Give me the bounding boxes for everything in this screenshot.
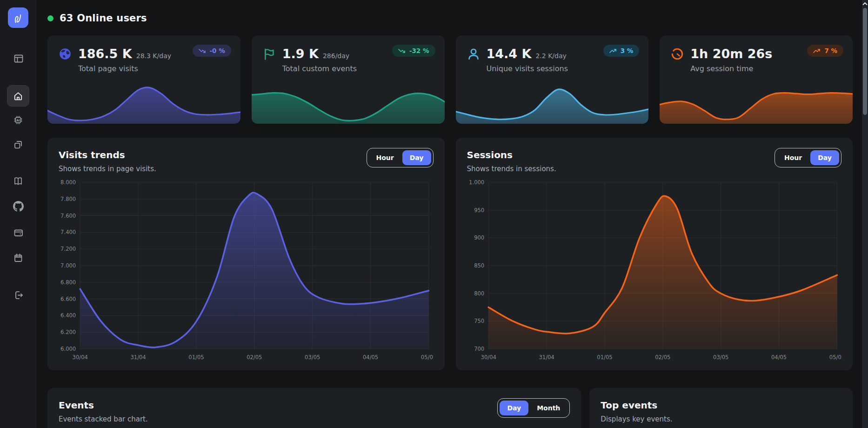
sidebar-item-pages[interactable]: [0, 140, 36, 150]
trend-badge: 3 %: [603, 45, 640, 57]
card-rate: 28.3 K/day: [136, 52, 171, 60]
vertical-scrollbar[interactable]: [862, 0, 868, 428]
card-sparkline-chart: [252, 83, 445, 124]
sessions-panel: Sessions Shows trends in sessions. Hour …: [456, 138, 853, 370]
flag-icon: [263, 47, 276, 60]
svg-text:31/04: 31/04: [539, 354, 554, 361]
card-value: 186.5 K: [78, 47, 132, 61]
card-total-page-visits[interactable]: 186.5 K28.3 K/day Total page visits -0 %: [47, 35, 240, 124]
panel-subtitle: Events stacked bar chart.: [59, 415, 148, 423]
charts-row: Visits trends Shows trends in page visit…: [47, 138, 853, 370]
toggle-month-button[interactable]: Month: [529, 401, 568, 415]
online-users-header: 63 Online users: [47, 12, 853, 24]
card-label: Unique visits sessions: [487, 64, 568, 73]
svg-text:850: 850: [474, 262, 484, 269]
scroll-up-arrow-icon[interactable]: [862, 1, 868, 7]
sidebar-item-calendar[interactable]: [0, 253, 36, 263]
sidebar-item-wallet[interactable]: [0, 227, 36, 238]
svg-text:6.000: 6.000: [60, 346, 76, 352]
badge-value: -0 %: [210, 47, 225, 54]
card-value: 1h 20m 26s: [690, 47, 772, 61]
logo-wave-icon: [12, 11, 25, 24]
main-content: 63 Online users 186.5 K28.3 K/day Total …: [36, 0, 868, 428]
card-value: 14.4 K: [487, 47, 532, 61]
svg-text:01/05: 01/05: [188, 354, 204, 361]
toggle-hour-button[interactable]: Hour: [369, 150, 401, 165]
trend-badge: -0 %: [193, 45, 231, 57]
visits-trends-chart: 8.0007.8007.6007.4007.2007.0006.8006.600…: [59, 178, 434, 366]
trend-badge: 7 %: [807, 45, 843, 57]
svg-text:04/05: 04/05: [363, 354, 378, 361]
badge-value: 7 %: [824, 47, 837, 54]
svg-text:6.800: 6.800: [60, 279, 76, 286]
sidebar-item-ai[interactable]: AI: [0, 115, 36, 125]
card-value: 1.9 K: [282, 47, 319, 61]
panels-icon: [13, 53, 23, 63]
svg-text:7.600: 7.600: [60, 213, 76, 219]
app-logo[interactable]: [8, 7, 28, 28]
panel-title: Events: [59, 400, 148, 411]
wallet-icon: [13, 227, 23, 238]
svg-text:6.400: 6.400: [60, 312, 76, 319]
sidebar-item-panels[interactable]: [0, 53, 36, 63]
svg-text:7.000: 7.000: [60, 262, 76, 269]
toggle-day-button[interactable]: Day: [402, 150, 431, 165]
scrollbar-thumb[interactable]: [863, 8, 867, 115]
book-icon: [13, 176, 23, 186]
card-unique-visits-sessions[interactable]: 14.4 K2.2 K/day Unique visits sessions 3…: [456, 35, 649, 124]
visits-interval-toggle: Hour Day: [367, 148, 434, 167]
trend-badge: -32 %: [392, 45, 435, 57]
panel-subtitle: Shows trends in sessions.: [467, 165, 556, 173]
card-rate: 2.2 K/day: [535, 52, 566, 60]
online-status-dot: [47, 15, 53, 21]
svg-text:6.200: 6.200: [60, 329, 76, 335]
pages-copy-icon: [13, 140, 23, 150]
card-sparkline-chart: [456, 83, 649, 124]
svg-text:900: 900: [474, 234, 484, 241]
card-sparkline-chart: [660, 83, 853, 124]
globe-icon: [59, 47, 72, 60]
svg-text:03/05: 03/05: [713, 354, 728, 361]
card-label: Total custom events: [282, 64, 357, 73]
trend-up-icon: [609, 48, 617, 54]
badge-value: -32 %: [409, 47, 429, 54]
svg-text:AI: AI: [16, 119, 20, 122]
panel-title: Visits trends: [59, 149, 156, 160]
card-sparkline-chart: [47, 83, 240, 124]
sidebar-item-github[interactable]: [0, 201, 36, 212]
sidebar-item-docs[interactable]: [0, 176, 36, 186]
svg-text:05/05: 05/05: [421, 354, 434, 361]
sidebar-item-logout[interactable]: [0, 290, 36, 301]
online-users-label: 63 Online users: [60, 13, 147, 24]
svg-text:01/05: 01/05: [597, 354, 612, 361]
svg-text:30/04: 30/04: [73, 354, 88, 361]
home-icon: [13, 91, 23, 101]
toggle-day-button[interactable]: Day: [810, 150, 839, 165]
trend-up-icon: [813, 48, 821, 54]
svg-text:02/05: 02/05: [247, 354, 262, 361]
svg-text:950: 950: [474, 207, 484, 214]
card-label: Avg session time: [690, 64, 772, 73]
trend-down-icon: [398, 48, 406, 54]
timer-icon: [671, 47, 684, 60]
card-rate: 286/day: [323, 52, 349, 60]
stat-cards-row: 186.5 K28.3 K/day Total page visits -0 %: [47, 35, 853, 124]
ai-chip-icon: AI: [13, 115, 23, 125]
toggle-day-button[interactable]: Day: [500, 401, 528, 415]
svg-text:7.400: 7.400: [60, 229, 76, 235]
toggle-hour-button[interactable]: Hour: [777, 150, 809, 165]
card-total-custom-events[interactable]: 1.9 K286/day Total custom events -32 %: [252, 35, 445, 124]
trend-down-icon: [199, 48, 206, 54]
svg-text:1.000: 1.000: [469, 179, 484, 186]
svg-text:750: 750: [474, 318, 484, 324]
svg-text:6.600: 6.600: [60, 296, 76, 302]
events-panel: Events Events stacked bar chart. Day Mon…: [47, 388, 581, 428]
events-interval-toggle: Day Month: [497, 398, 570, 418]
svg-text:7.200: 7.200: [60, 246, 76, 252]
svg-text:02/05: 02/05: [655, 354, 670, 361]
card-avg-session-time[interactable]: 1h 20m 26s Avg session time 7 %: [660, 35, 853, 124]
panel-subtitle: Shows trends in page visits.: [59, 165, 156, 173]
logout-icon: [13, 290, 24, 301]
sidebar-item-home[interactable]: [7, 85, 29, 107]
visits-trends-panel: Visits trends Shows trends in page visit…: [47, 138, 445, 370]
